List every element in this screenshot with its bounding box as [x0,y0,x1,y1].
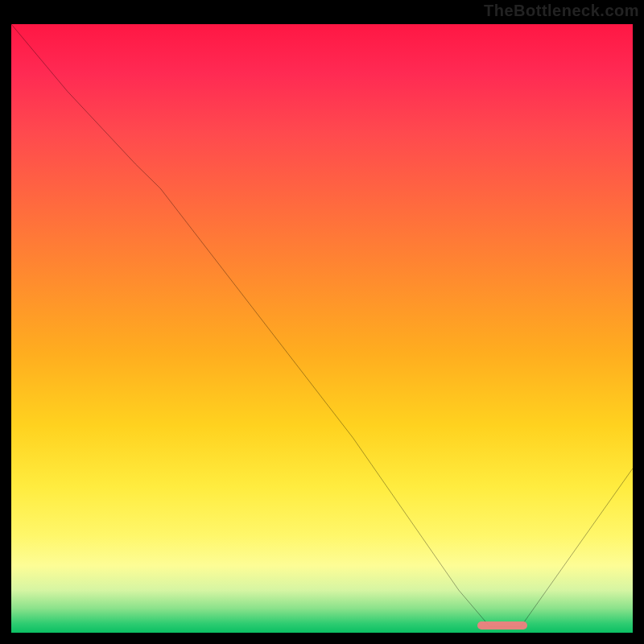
curve-path [11,24,633,626]
watermark-text: TheBottleneck.com [484,2,639,20]
bottleneck-curve [11,24,633,633]
plot-area [11,24,633,633]
chart-container: TheBottleneck.com [0,0,644,644]
